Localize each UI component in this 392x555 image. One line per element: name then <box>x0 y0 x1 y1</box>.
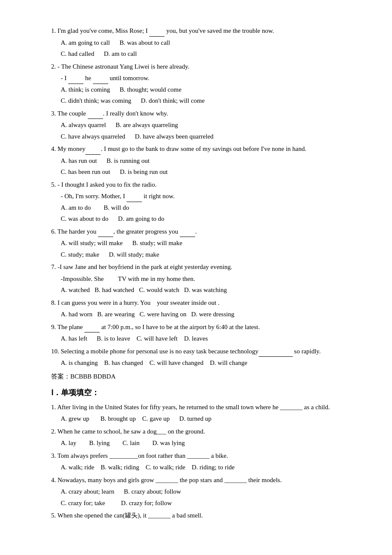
q3-opt-ab: A. always quarrel B. are always quarreli… <box>51 120 358 131</box>
question-7: 7. -I saw Jane and her boyfriend in the … <box>51 262 358 296</box>
question-6: 6. The harder you , the greater progress… <box>51 226 358 260</box>
q1-text: 1. I'm glad you've come, Miss Rose; I yo… <box>51 26 358 37</box>
q10-text: 10. Selecting a mobile phone for persona… <box>51 346 358 357</box>
q2-text: 2. - The Chinese astronaut Yang Liwei is… <box>51 61 358 72</box>
question-3: 3. The couple . I really don't know why.… <box>51 108 358 142</box>
s2-q5-text: 5. When she opened the can(罐头), it _____… <box>51 510 358 521</box>
s2-question-4: 4. Nowadays, many boys and girls grow __… <box>51 475 358 509</box>
s2-q2-text: 2. When he came to school, he saw a dog_… <box>51 426 358 437</box>
q1-opt-cd: C. had called D. am to call <box>51 49 358 60</box>
q2-opt-cd: C. didn't think; was coming D. don't thi… <box>51 95 358 107</box>
answer-line: 答案：BCBBB BDBDA <box>51 371 358 382</box>
q4-opt-cd: C. has been run out D. is being run out <box>51 167 358 178</box>
q7-sub: -Impossible. She TV with me in my home t… <box>51 274 358 285</box>
section2-header: Ⅰ．单项填空： <box>51 386 358 399</box>
q6-opt-cd: C. study; make D. will study; make <box>51 249 358 260</box>
s2-question-1: 1. After living in the United States for… <box>51 402 358 425</box>
q6-text: 6. The harder you , the greater progress… <box>51 226 358 237</box>
q4-opt-ab: A. has run out B. is running out <box>51 156 358 167</box>
main-content: 1. I'm glad you've come, Miss Rose; I yo… <box>51 26 358 521</box>
s2-q3-text: 3. Tom always prefers _________on foot r… <box>51 451 358 462</box>
s2-q4-opt-cd: C. crazy for; take D. crazy for; follow <box>51 498 358 509</box>
q5-opt-ab: A. am to do B. will do <box>51 202 358 214</box>
q8-opts: A. had worn B. are wearing C. were havin… <box>51 309 358 320</box>
q5-opt-cd: C. was about to do D. am going to do <box>51 214 358 225</box>
s2-q3-opts: A. walk; ride B. walk; riding C. to walk… <box>51 462 358 473</box>
s2-q4-opt-ab: A. crazy about; learn B. crazy about; fo… <box>51 486 358 497</box>
q2-sub: - I he until tomorrow. <box>51 73 358 84</box>
q9-opts: A. has left B. is to leave C. will have … <box>51 333 358 344</box>
s2-q2-opts: A. lay B. lying C. lain D. was lying <box>51 438 358 449</box>
question-2: 2. - The Chinese astronaut Yang Liwei is… <box>51 61 358 107</box>
q3-opt-cd: C. have always quarreled D. have always … <box>51 131 358 142</box>
s2-question-2: 2. When he came to school, he saw a dog_… <box>51 426 358 449</box>
section2: Ⅰ．单项填空： 1. After living in the United St… <box>51 386 358 521</box>
questions-section: 1. I'm glad you've come, Miss Rose; I yo… <box>51 26 358 382</box>
q9-text: 9. The plane at 7:00 p.m., so I have to … <box>51 322 358 333</box>
s2-question-5: 5. When she opened the can(罐头), it _____… <box>51 510 358 521</box>
s2-q4-text: 4. Nowadays, many boys and girls grow __… <box>51 475 358 486</box>
q7-opts: A. watched B. had watched C. would watch… <box>51 285 358 296</box>
question-9: 9. The plane at 7:00 p.m., so I have to … <box>51 322 358 344</box>
q5-text: 5. - I thought I asked you to fix the ra… <box>51 179 358 191</box>
q7-text: 7. -I saw Jane and her boyfriend in the … <box>51 262 358 273</box>
q5-sub: - Oh, I'm sorry. Mother, I it right now. <box>51 191 358 202</box>
s2-q1-opts: A. grew up B. brought up C. gave up D. t… <box>51 413 358 425</box>
q10-opts: A. is changing B. has changed C. will ha… <box>51 358 358 369</box>
question-8: 8. I can guess you were in a hurry. You … <box>51 298 358 320</box>
q1-opt-ab: A. am going to call B. was about to call <box>51 38 358 49</box>
s2-question-3: 3. Tom always prefers _________on foot r… <box>51 451 358 473</box>
q4-text: 4. My money. I must go to the bank to dr… <box>51 144 358 155</box>
q8-text: 8. I can guess you were in a hurry. You … <box>51 298 358 309</box>
s2-q1-text: 1. After living in the United States for… <box>51 402 358 413</box>
q2-opt-ab: A. think; is coming B. thought; would co… <box>51 84 358 95</box>
question-5: 5. - I thought I asked you to fix the ra… <box>51 179 358 225</box>
question-4: 4. My money. I must go to the bank to dr… <box>51 144 358 178</box>
question-1: 1. I'm glad you've come, Miss Rose; I yo… <box>51 26 358 60</box>
question-10: 10. Selecting a mobile phone for persona… <box>51 346 358 369</box>
q6-opt-ab: A. will study; will make B. study; will … <box>51 238 358 249</box>
q3-text: 3. The couple . I really don't know why. <box>51 108 358 119</box>
